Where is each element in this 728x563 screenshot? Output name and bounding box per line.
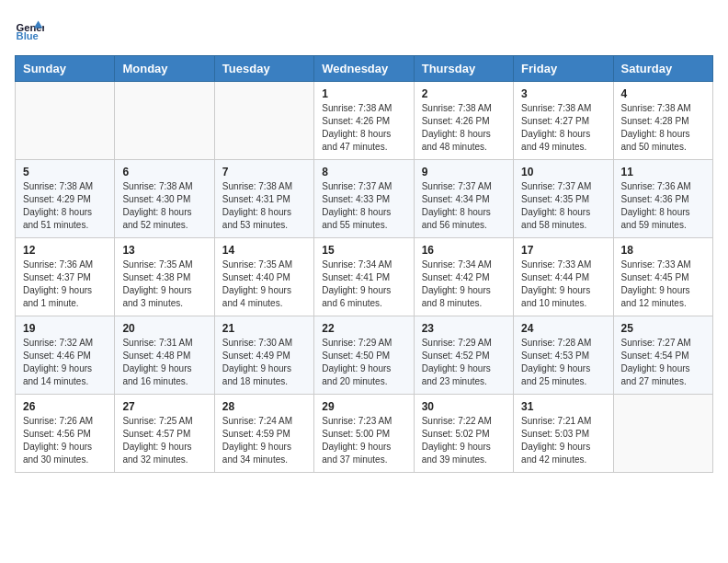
day-number: 22: [322, 322, 405, 335]
day-number: 11: [621, 166, 705, 178]
day-info: Sunrise: 7:28 AM Sunset: 4:53 PM Dayligh…: [521, 337, 605, 388]
day-info: Sunrise: 7:37 AM Sunset: 4:34 PM Dayligh…: [422, 180, 506, 232]
day-info: Sunrise: 7:29 AM Sunset: 4:52 PM Dayligh…: [422, 337, 506, 388]
day-number: 3: [521, 87, 605, 100]
calendar-header-row: SundayMondayTuesdayWednesdayThursdayFrid…: [16, 56, 713, 82]
calendar-week-row: 26Sunrise: 7:26 AM Sunset: 4:56 PM Dayli…: [16, 395, 713, 473]
calendar-cell: 14Sunrise: 7:35 AM Sunset: 4:40 PM Dayli…: [214, 238, 313, 316]
calendar-cell: 4Sunrise: 7:38 AM Sunset: 4:28 PM Daylig…: [613, 82, 712, 160]
calendar-cell: 20Sunrise: 7:31 AM Sunset: 4:48 PM Dayli…: [115, 316, 214, 395]
day-info: Sunrise: 7:25 AM Sunset: 4:57 PM Dayligh…: [122, 415, 206, 466]
calendar-cell: 16Sunrise: 7:34 AM Sunset: 4:42 PM Dayli…: [414, 238, 513, 316]
calendar-cell: 25Sunrise: 7:27 AM Sunset: 4:54 PM Dayli…: [613, 316, 712, 395]
day-number: 18: [621, 244, 705, 257]
calendar-cell: 24Sunrise: 7:28 AM Sunset: 4:53 PM Dayli…: [514, 316, 613, 395]
day-number: 2: [422, 87, 506, 100]
day-number: 21: [222, 322, 306, 335]
calendar-cell: [613, 395, 712, 473]
day-number: 8: [322, 166, 405, 178]
day-info: Sunrise: 7:36 AM Sunset: 4:36 PM Dayligh…: [621, 180, 705, 232]
day-number: 5: [23, 166, 107, 178]
day-info: Sunrise: 7:21 AM Sunset: 5:03 PM Dayligh…: [521, 415, 605, 466]
day-info: Sunrise: 7:38 AM Sunset: 4:26 PM Dayligh…: [422, 102, 506, 154]
day-info: Sunrise: 7:31 AM Sunset: 4:48 PM Dayligh…: [122, 337, 206, 388]
day-number: 16: [422, 244, 506, 257]
calendar-cell: 27Sunrise: 7:25 AM Sunset: 4:57 PM Dayli…: [115, 395, 214, 473]
day-number: 15: [322, 244, 405, 257]
day-info: Sunrise: 7:24 AM Sunset: 4:59 PM Dayligh…: [222, 415, 306, 466]
day-number: 25: [621, 322, 705, 335]
calendar-cell: 26Sunrise: 7:26 AM Sunset: 4:56 PM Dayli…: [16, 395, 115, 473]
day-number: 24: [521, 322, 605, 335]
day-info: Sunrise: 7:22 AM Sunset: 5:02 PM Dayligh…: [422, 415, 506, 466]
day-number: 31: [521, 400, 605, 413]
day-info: Sunrise: 7:38 AM Sunset: 4:28 PM Dayligh…: [621, 102, 705, 154]
day-info: Sunrise: 7:26 AM Sunset: 4:56 PM Dayligh…: [23, 415, 107, 466]
day-number: 1: [322, 87, 405, 100]
day-info: Sunrise: 7:35 AM Sunset: 4:40 PM Dayligh…: [222, 259, 306, 310]
calendar-cell: 18Sunrise: 7:33 AM Sunset: 4:45 PM Dayli…: [613, 238, 712, 316]
day-number: 9: [422, 166, 506, 178]
calendar-cell: 21Sunrise: 7:30 AM Sunset: 4:49 PM Dayli…: [214, 316, 313, 395]
day-info: Sunrise: 7:38 AM Sunset: 4:27 PM Dayligh…: [521, 102, 605, 154]
calendar-cell: 23Sunrise: 7:29 AM Sunset: 4:52 PM Dayli…: [414, 316, 513, 395]
day-info: Sunrise: 7:38 AM Sunset: 4:31 PM Dayligh…: [222, 180, 306, 232]
day-info: Sunrise: 7:27 AM Sunset: 4:54 PM Dayligh…: [621, 337, 705, 388]
calendar-week-row: 1Sunrise: 7:38 AM Sunset: 4:26 PM Daylig…: [16, 82, 713, 160]
column-header-monday: Monday: [115, 56, 214, 82]
day-number: 6: [122, 166, 206, 178]
calendar-cell: 17Sunrise: 7:33 AM Sunset: 4:44 PM Dayli…: [514, 238, 613, 316]
calendar-cell: 13Sunrise: 7:35 AM Sunset: 4:38 PM Dayli…: [115, 238, 214, 316]
calendar-cell: 30Sunrise: 7:22 AM Sunset: 5:02 PM Dayli…: [414, 395, 513, 473]
day-info: Sunrise: 7:30 AM Sunset: 4:49 PM Dayligh…: [222, 337, 306, 388]
calendar-cell: 31Sunrise: 7:21 AM Sunset: 5:03 PM Dayli…: [514, 395, 613, 473]
calendar-week-row: 19Sunrise: 7:32 AM Sunset: 4:46 PM Dayli…: [16, 316, 713, 395]
calendar-cell: 3Sunrise: 7:38 AM Sunset: 4:27 PM Daylig…: [514, 82, 613, 160]
calendar-cell: 2Sunrise: 7:38 AM Sunset: 4:26 PM Daylig…: [414, 82, 513, 160]
calendar-cell: 12Sunrise: 7:36 AM Sunset: 4:37 PM Dayli…: [16, 238, 115, 316]
day-info: Sunrise: 7:34 AM Sunset: 4:42 PM Dayligh…: [422, 259, 506, 310]
day-info: Sunrise: 7:38 AM Sunset: 4:29 PM Dayligh…: [23, 180, 107, 232]
day-info: Sunrise: 7:38 AM Sunset: 4:30 PM Dayligh…: [122, 180, 206, 232]
calendar-cell: 15Sunrise: 7:34 AM Sunset: 4:41 PM Dayli…: [314, 238, 414, 316]
day-info: Sunrise: 7:37 AM Sunset: 4:33 PM Dayligh…: [322, 180, 405, 232]
day-info: Sunrise: 7:23 AM Sunset: 5:00 PM Dayligh…: [322, 415, 405, 466]
day-number: 14: [222, 244, 306, 257]
logo: General Blue: [15, 15, 48, 44]
day-number: 28: [222, 400, 306, 413]
calendar-week-row: 5Sunrise: 7:38 AM Sunset: 4:29 PM Daylig…: [16, 160, 713, 238]
calendar-cell: 6Sunrise: 7:38 AM Sunset: 4:30 PM Daylig…: [115, 160, 214, 238]
day-info: Sunrise: 7:34 AM Sunset: 4:41 PM Dayligh…: [322, 259, 405, 310]
day-info: Sunrise: 7:33 AM Sunset: 4:45 PM Dayligh…: [621, 259, 705, 310]
calendar-week-row: 12Sunrise: 7:36 AM Sunset: 4:37 PM Dayli…: [16, 238, 713, 316]
day-number: 10: [521, 166, 605, 178]
day-number: 20: [122, 322, 206, 335]
calendar-table: SundayMondayTuesdayWednesdayThursdayFrid…: [15, 55, 713, 473]
day-info: Sunrise: 7:32 AM Sunset: 4:46 PM Dayligh…: [23, 337, 107, 388]
day-info: Sunrise: 7:33 AM Sunset: 4:44 PM Dayligh…: [521, 259, 605, 310]
day-number: 29: [322, 400, 405, 413]
day-info: Sunrise: 7:35 AM Sunset: 4:38 PM Dayligh…: [122, 259, 206, 310]
column-header-saturday: Saturday: [613, 56, 712, 82]
day-info: Sunrise: 7:37 AM Sunset: 4:35 PM Dayligh…: [521, 180, 605, 232]
svg-text:Blue: Blue: [17, 30, 39, 41]
calendar-cell: [214, 82, 313, 160]
calendar-cell: 9Sunrise: 7:37 AM Sunset: 4:34 PM Daylig…: [414, 160, 513, 238]
column-header-sunday: Sunday: [16, 56, 115, 82]
calendar-cell: 7Sunrise: 7:38 AM Sunset: 4:31 PM Daylig…: [214, 160, 313, 238]
day-number: 12: [23, 244, 107, 257]
column-header-tuesday: Tuesday: [214, 56, 313, 82]
day-info: Sunrise: 7:38 AM Sunset: 4:26 PM Dayligh…: [322, 102, 405, 154]
day-number: 30: [422, 400, 506, 413]
calendar-cell: 8Sunrise: 7:37 AM Sunset: 4:33 PM Daylig…: [314, 160, 414, 238]
day-number: 4: [621, 87, 705, 100]
logo-icon: General Blue: [15, 15, 44, 44]
day-info: Sunrise: 7:36 AM Sunset: 4:37 PM Dayligh…: [23, 259, 107, 310]
day-number: 26: [23, 400, 107, 413]
column-header-wednesday: Wednesday: [314, 56, 414, 82]
column-header-thursday: Thursday: [414, 56, 513, 82]
calendar-cell: 10Sunrise: 7:37 AM Sunset: 4:35 PM Dayli…: [514, 160, 613, 238]
day-number: 23: [422, 322, 506, 335]
day-number: 17: [521, 244, 605, 257]
calendar-cell: 11Sunrise: 7:36 AM Sunset: 4:36 PM Dayli…: [613, 160, 712, 238]
